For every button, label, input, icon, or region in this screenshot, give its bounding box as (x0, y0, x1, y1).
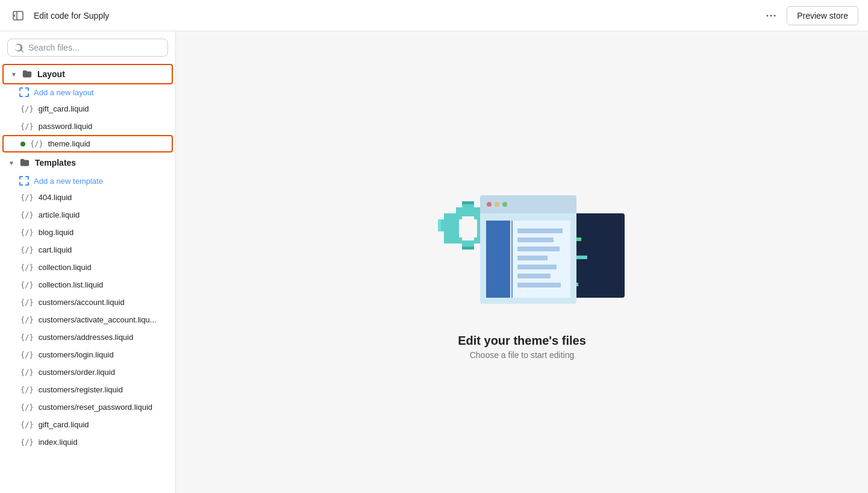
header: Edit code for Supply Preview store (0, 0, 868, 31)
add-layout-label: Add a new layout (34, 88, 94, 97)
layout-file-gift-card[interactable]: {/} gift_card.liquid (0, 100, 175, 118)
svg-rect-14 (462, 216, 474, 240)
layout-section-label: Layout (37, 69, 65, 79)
svg-rect-48 (517, 274, 551, 278)
layout-chevron-icon: ▼ (11, 71, 17, 78)
template-file-name: collection.liquid (39, 263, 92, 272)
template-file-name: index.liquid (39, 438, 78, 447)
template-file-customers-reset[interactable]: {/} customers/reset_password.liquid (0, 398, 175, 416)
template-file-name: 404.liquid (39, 193, 72, 202)
template-file-customers-account[interactable]: {/} customers/account.liquid (0, 294, 175, 311)
layout-file-name: gift_card.liquid (39, 104, 89, 113)
template-file-customers-register[interactable]: {/} customers/register.liquid (0, 381, 175, 398)
add-template-label: Add a new template (34, 177, 103, 186)
liquid-file-icon: {/} (20, 351, 34, 359)
liquid-file-icon: {/} (20, 298, 34, 307)
liquid-file-icon: {/} (30, 140, 43, 148)
template-file-customers-activate[interactable]: {/} customers/activate_account.liqu... (0, 311, 175, 328)
liquid-file-icon: {/} (20, 403, 34, 412)
svg-rect-6 (456, 207, 480, 213)
svg-rect-49 (517, 283, 561, 287)
svg-point-38 (495, 202, 499, 207)
theme-illustration (402, 165, 643, 322)
layout-file-password[interactable]: {/} password.liquid (0, 118, 175, 135)
liquid-file-icon: {/} (20, 281, 34, 289)
svg-point-37 (487, 202, 492, 207)
liquid-file-icon: {/} (20, 316, 34, 324)
svg-rect-47 (517, 265, 557, 269)
svg-rect-44 (517, 237, 554, 242)
template-file-customers-addresses[interactable]: {/} customers/addresses.liquid (0, 328, 175, 346)
template-file-name: cart.liquid (39, 245, 72, 254)
liquid-file-icon: {/} (20, 246, 34, 254)
back-button[interactable] (10, 7, 27, 24)
layout-file-theme[interactable]: {/} theme.liquid (2, 135, 173, 152)
templates-section-label: Templates (35, 158, 76, 168)
sidebar-content: ▼ Layout Add a new layout {/} gift_card.… (0, 61, 175, 493)
svg-point-3 (770, 14, 772, 16)
liquid-file-icon: {/} (20, 211, 34, 219)
svg-rect-36 (480, 206, 576, 213)
template-file-name: customers/order.liquid (39, 368, 115, 377)
search-section (0, 31, 175, 61)
main-title: Edit your theme's files (458, 334, 586, 348)
folder-icon (19, 157, 30, 168)
liquid-file-icon: {/} (20, 368, 34, 377)
liquid-file-icon: {/} (20, 105, 34, 113)
main-title-wrapper: Edit your theme's files Choose a file to… (458, 334, 586, 360)
sidebar: ▼ Layout Add a new layout {/} gift_card.… (0, 31, 176, 493)
folder-icon (22, 69, 33, 80)
add-layout-icon (19, 87, 29, 97)
liquid-file-icon: {/} (20, 438, 34, 447)
liquid-file-icon: {/} (20, 193, 34, 202)
template-file-name: customers/login.liquid (39, 350, 114, 359)
svg-rect-46 (517, 256, 548, 260)
header-title: Edit code for Supply (34, 11, 755, 20)
template-file-collection[interactable]: {/} collection.liquid (0, 259, 175, 276)
template-file-404[interactable]: {/} 404.liquid (0, 189, 175, 206)
search-input[interactable] (28, 43, 161, 52)
template-file-blog[interactable]: {/} blog.liquid (0, 224, 175, 241)
add-template-button[interactable]: Add a new template (0, 173, 175, 189)
template-file-name: customers/account.liquid (39, 298, 125, 307)
svg-rect-42 (511, 221, 513, 298)
more-options-button[interactable] (763, 7, 779, 24)
template-file-cart[interactable]: {/} cart.liquid (0, 241, 175, 259)
templates-section-header[interactable]: ▼ Templates (0, 152, 175, 173)
template-file-index[interactable]: {/} index.liquid (0, 433, 175, 451)
template-file-name: collection.list.liquid (39, 280, 104, 289)
template-file-name: gift_card.liquid (39, 420, 89, 429)
add-template-icon (19, 176, 29, 186)
svg-point-2 (767, 14, 769, 16)
svg-point-4 (774, 14, 776, 16)
svg-rect-15 (462, 201, 474, 204)
template-file-customers-order[interactable]: {/} customers/order.liquid (0, 363, 175, 381)
liquid-file-icon: {/} (20, 333, 34, 342)
layout-file-name: theme.liquid (48, 139, 90, 148)
svg-rect-45 (517, 246, 560, 251)
template-file-name: customers/reset_password.liquid (39, 403, 152, 412)
template-file-collection-list[interactable]: {/} collection.list.liquid (0, 276, 175, 294)
liquid-file-icon: {/} (20, 228, 34, 237)
liquid-file-icon: {/} (20, 122, 34, 131)
add-layout-button[interactable]: Add a new layout (0, 84, 175, 100)
active-indicator (20, 142, 25, 146)
template-file-name: customers/register.liquid (39, 385, 123, 394)
template-file-name: customers/activate_account.liqu... (39, 315, 157, 324)
template-file-article[interactable]: {/} article.liquid (0, 206, 175, 224)
liquid-file-icon: {/} (20, 263, 34, 272)
content-area: Edit your theme's files Choose a file to… (176, 31, 868, 493)
layout-section-header[interactable]: ▼ Layout (2, 64, 173, 84)
template-file-name: article.liquid (39, 210, 80, 219)
svg-rect-43 (517, 228, 563, 233)
template-file-gift-card[interactable]: {/} gift_card.liquid (0, 416, 175, 433)
template-file-name: customers/addresses.liquid (39, 333, 134, 342)
liquid-file-icon: {/} (20, 421, 34, 429)
liquid-file-icon: {/} (20, 386, 34, 394)
svg-point-39 (502, 202, 507, 207)
template-file-customers-login[interactable]: {/} customers/login.liquid (0, 346, 175, 363)
layout-file-name: password.liquid (39, 122, 93, 131)
main-subtitle: Choose a file to start editing (458, 350, 586, 360)
search-wrapper[interactable] (7, 39, 168, 57)
preview-store-button[interactable]: Preview store (787, 6, 858, 25)
